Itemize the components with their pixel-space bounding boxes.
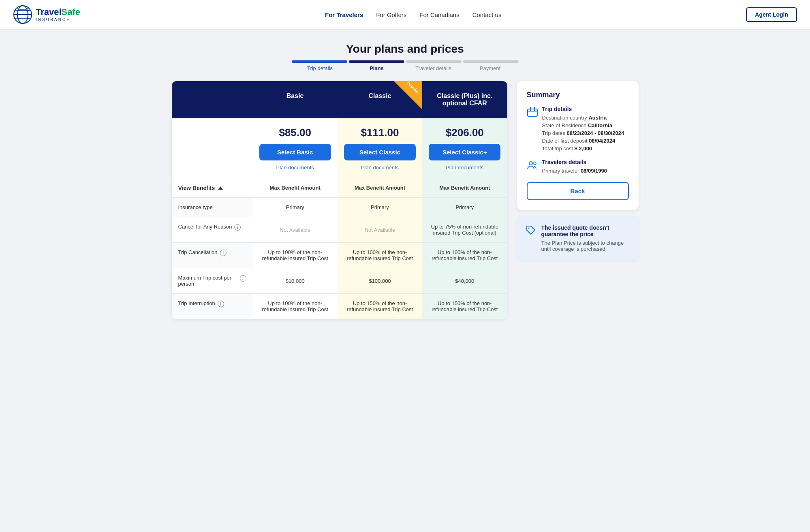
benefit-value-max-cost-basic: $10,000	[253, 268, 338, 293]
main-layout: Basic Classic Popular Classic (Plus) inc…	[162, 81, 648, 339]
benefit-value-max-cost-classic: $100,000	[338, 268, 422, 293]
travelers-section: Travelers details Primary traveler 08/09…	[527, 159, 629, 175]
nav-for-travelers[interactable]: For Travelers	[325, 11, 363, 18]
summary-title: Summary	[527, 91, 629, 99]
select-classicplus-button[interactable]: Select Classic+	[429, 144, 500, 160]
progress-labels: Trip details Plans Traveler details Paym…	[292, 65, 519, 71]
benefit-value-trip-cancel-classicplus: Up to 100% of the non-refundable insured…	[422, 243, 507, 268]
progress-area: Trip details Plans Traveler details Paym…	[0, 60, 810, 71]
progress-segment-plans	[349, 60, 404, 63]
plan-docs-basic-link[interactable]: Plan documents	[259, 165, 331, 171]
benefit-row-insurance-type: Insurance type Primary Primary Primary	[172, 198, 507, 217]
benefit-label-max-trip-cost: Maximum Trip cost per person i	[172, 268, 253, 293]
benefit-row-cancel-any-reason: Cancel for Any Reason i Not Available No…	[172, 217, 507, 243]
summary-total: Total trip cost $ 2,000	[542, 145, 624, 152]
benefit-value-trip-cancel-basic: Up to 100% of the non-refundable insured…	[253, 243, 338, 268]
page-title: Your plans and prices	[0, 43, 810, 56]
plan-docs-classicplus-link[interactable]: Plan documents	[429, 165, 500, 171]
chevron-up-icon	[218, 186, 223, 190]
logo: TravelSafe INSURANCE	[13, 5, 80, 24]
plan-header-classic: Classic Popular	[338, 81, 422, 118]
select-classic-button[interactable]: Select Classic	[344, 144, 416, 160]
max-trip-cost-info-icon[interactable]: i	[240, 275, 246, 282]
benefit-value-insurance-type-basic: Primary	[253, 198, 338, 217]
agent-login-button[interactable]: Agent Login	[746, 7, 797, 22]
progress-segment-traveler-details	[406, 60, 462, 63]
benefit-row-max-trip-cost: Maximum Trip cost per person i $10,000 $…	[172, 268, 507, 294]
benefits-col-header-basic: Max Benefit Amount	[253, 179, 338, 197]
progress-segment-payment	[463, 60, 519, 63]
summary-residence: State of Residence California	[542, 122, 624, 128]
summary-dates: Trip dates 08/23/2024 - 08/30/2024	[542, 130, 624, 136]
benefit-label-trip-cancellation: Trip Cancellation i	[172, 243, 253, 268]
plan-header-empty	[172, 81, 253, 118]
trip-details-section: Trip details Destination country Austria…	[527, 106, 629, 153]
summary-deposit: Date of first deposit 08/04/2024	[542, 138, 624, 144]
logo-travel: Travel	[36, 7, 62, 17]
notice-card: The issued quote doesn't guarantee the p…	[517, 216, 639, 260]
benefit-row-trip-interruption: Trip Interruption i Up to 100% of the no…	[172, 294, 507, 319]
cancel-any-reason-info-icon[interactable]: i	[234, 224, 241, 231]
benefit-value-max-cost-classicplus: $40,000	[422, 268, 507, 293]
nav-for-golfers[interactable]: For Golfers	[376, 11, 406, 18]
benefit-value-trip-cancel-classic: Up to 100% of the non-refundable insured…	[338, 243, 422, 268]
notice-tag-icon	[525, 224, 536, 236]
back-button[interactable]: Back	[527, 182, 629, 200]
trip-details-section-label: Trip details	[542, 106, 624, 112]
benefit-label-cancel-any-reason: Cancel for Any Reason i	[172, 217, 253, 242]
price-amount-classicplus: $206.00	[429, 126, 500, 139]
main-nav: For Travelers For Golfers For Canadians …	[325, 11, 501, 18]
benefits-header-row: View Benefits Max Benefit Amount Max Ben…	[172, 179, 507, 198]
benefit-value-cancel-basic: Not Available	[253, 217, 338, 242]
summary-destination: Destination country Austria	[542, 115, 624, 121]
trip-interruption-info-icon[interactable]: i	[218, 301, 224, 307]
benefit-value-trip-interrupt-basic: Up to 100% of the non-refundable insured…	[253, 294, 338, 319]
logo-globe-icon	[13, 5, 32, 24]
logo-safe: Safe	[62, 7, 80, 17]
select-basic-button[interactable]: Select Basic	[259, 144, 331, 160]
logo-text: TravelSafe INSURANCE	[36, 7, 80, 21]
nav-for-canadians[interactable]: For Canadians	[419, 11, 459, 18]
benefit-value-insurance-type-classicplus: Primary	[422, 198, 507, 217]
progress-bar	[292, 60, 519, 63]
progress-label-traveler-details: Traveler details	[405, 65, 462, 71]
svg-point-8	[528, 228, 529, 229]
view-benefits-label: View Benefits	[178, 185, 215, 191]
plan-header-basic: Basic	[253, 81, 338, 118]
benefit-value-trip-interrupt-classic: Up to 150% of the non-refundable insured…	[338, 294, 422, 319]
page-title-area: Your plans and prices	[0, 30, 810, 60]
benefit-value-trip-interrupt-classicplus: Up to 150% of the non-refundable insured…	[422, 294, 507, 319]
benefit-label-insurance-type: Insurance type	[172, 198, 253, 217]
svg-point-6	[529, 162, 532, 165]
notice-text: The Plan Price is subject to change unti…	[541, 240, 630, 252]
nav-contact-us[interactable]: Contact us	[472, 11, 502, 18]
benefit-value-insurance-type-classic: Primary	[338, 198, 422, 217]
progress-label-trip-details: Trip details	[292, 65, 348, 71]
svg-point-7	[534, 162, 536, 165]
logo-insurance: INSURANCE	[36, 17, 80, 22]
plan-table: Basic Classic Popular Classic (Plus) inc…	[172, 81, 507, 319]
benefit-row-trip-cancellation: Trip Cancellation i Up to 100% of the no…	[172, 243, 507, 268]
trip-details-icon	[527, 107, 538, 118]
notice-title: The issued quote doesn't guarantee the p…	[541, 224, 630, 237]
site-header: TravelSafe INSURANCE For Travelers For G…	[0, 0, 810, 30]
benefit-value-cancel-classicplus: Up to 75% of non-refundable insured Trip…	[422, 217, 507, 242]
travelers-section-label: Travelers details	[542, 159, 607, 165]
summary-card: Summary Trip details Destination country…	[517, 81, 639, 210]
progress-segment-trip-details	[292, 60, 347, 63]
travelers-icon	[527, 160, 538, 171]
benefit-label-trip-interruption: Trip Interruption i	[172, 294, 253, 319]
view-benefits-toggle[interactable]: View Benefits	[172, 179, 253, 197]
benefits-col-header-classic: Max Benefit Amount	[338, 179, 422, 197]
progress-label-plans: Plans	[348, 65, 405, 71]
benefit-value-cancel-classic: Not Available	[338, 217, 422, 242]
price-classicplus: $206.00 Select Classic+ Plan documents	[422, 118, 507, 179]
plan-header: Basic Classic Popular Classic (Plus) inc…	[172, 81, 507, 118]
plan-docs-classic-link[interactable]: Plan documents	[344, 165, 416, 171]
summary-primary-traveler: Primary traveler 08/09/1990	[542, 168, 607, 174]
price-row: $85.00 Select Basic Plan documents $111.…	[172, 118, 507, 179]
trip-cancellation-info-icon[interactable]: i	[220, 250, 227, 256]
price-classic: $111.00 Select Classic Plan documents	[338, 118, 422, 179]
price-amount-basic: $85.00	[259, 126, 331, 139]
svg-rect-5	[528, 109, 537, 116]
